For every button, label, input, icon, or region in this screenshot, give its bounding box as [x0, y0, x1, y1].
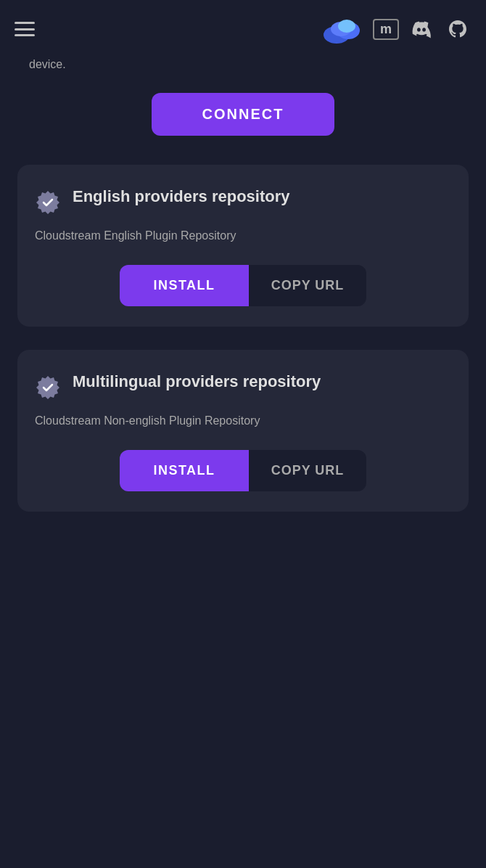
matrix-label: m	[380, 22, 392, 36]
english-copy-url-button[interactable]: COPY URL	[249, 265, 366, 306]
multilingual-repo-title: Multilingual providers repository	[73, 372, 321, 393]
connect-button[interactable]: CONNECT	[152, 93, 335, 136]
header-left	[15, 22, 35, 36]
device-label: device.	[29, 58, 66, 70]
multilingual-repo-description: Cloudstream Non-english Plugin Repositor…	[35, 412, 451, 430]
english-action-group: INSTALL COPY URL	[120, 265, 366, 306]
multilingual-copy-url-button[interactable]: COPY URL	[249, 450, 366, 491]
english-repo-title: English providers repository	[73, 187, 290, 208]
verified-badge-icon-2	[35, 374, 61, 401]
multilingual-action-group: INSTALL COPY URL	[120, 450, 366, 491]
english-install-button[interactable]: INSTALL	[120, 265, 249, 306]
matrix-badge[interactable]: m	[373, 19, 399, 40]
english-repo-description: Cloudstream English Plugin Repository	[35, 227, 451, 245]
github-button[interactable]	[444, 15, 471, 43]
github-icon	[446, 17, 469, 41]
header: m	[0, 0, 486, 58]
multilingual-install-button[interactable]: INSTALL	[120, 450, 249, 491]
english-repo-card: English providers repository Cloudstream…	[17, 165, 469, 327]
discord-icon	[410, 17, 433, 41]
connect-section: CONNECT	[0, 86, 486, 165]
svg-point-3	[338, 20, 355, 33]
header-center: m	[321, 15, 471, 44]
verified-badge-icon	[35, 189, 61, 216]
english-repo-header: English providers repository	[35, 187, 451, 216]
english-repo-actions: INSTALL COPY URL	[35, 265, 451, 306]
menu-button[interactable]	[15, 22, 35, 36]
multilingual-repo-actions: INSTALL COPY URL	[35, 450, 451, 491]
multilingual-repo-card: Multilingual providers repository Clouds…	[17, 350, 469, 512]
device-text: device.	[0, 58, 486, 86]
multilingual-repo-header: Multilingual providers repository	[35, 372, 451, 401]
cloudstream-logo	[321, 15, 364, 44]
discord-button[interactable]	[408, 15, 435, 43]
